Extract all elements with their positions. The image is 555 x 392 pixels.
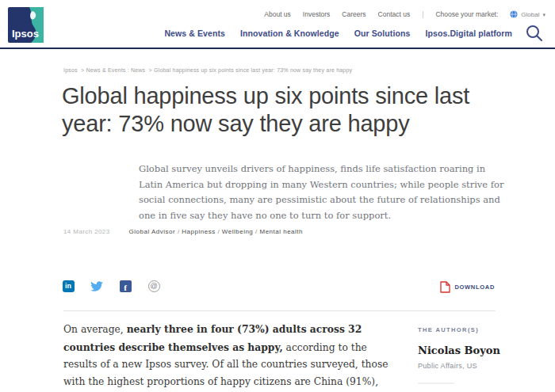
download-button[interactable]: DOWNLOAD (440, 281, 495, 293)
share-linkedin-icon[interactable]: in (62, 280, 75, 292)
article-meta: 14 March 2023 Global AdvisorHappinessWel… (63, 228, 303, 235)
author-divider (418, 382, 454, 384)
nav-contact-us[interactable]: Contact us (378, 10, 411, 18)
search-icon[interactable] (525, 24, 544, 43)
linkedin-glyph: in (63, 280, 75, 292)
category-happiness[interactable]: Happiness (182, 228, 221, 235)
nav-our-solutions[interactable]: Our Solutions (354, 29, 411, 38)
svg-text:Ipsos: Ipsos (12, 28, 39, 40)
nav-investors[interactable]: Investors (303, 10, 331, 18)
utility-divider: | (422, 10, 423, 18)
breadcrumb-section[interactable]: News & Events : News (86, 67, 154, 73)
author-name[interactable]: Nicolas Boyon (418, 344, 521, 356)
main-nav: News & Events Innovation & Knowledge Our… (164, 29, 512, 38)
section-divider (63, 310, 496, 311)
share-facebook-icon[interactable]: f (119, 280, 132, 292)
chevron-down-icon: ▾ (542, 12, 545, 17)
breadcrumb-current: Global happiness up six points since las… (154, 67, 352, 73)
facebook-glyph: f (120, 280, 132, 292)
article-date: 14 March 2023 (63, 228, 110, 235)
ipsos-logo[interactable]: Ipsos (8, 7, 44, 43)
site-header: Ipsos About us Investors Careers Contact… (0, 0, 555, 49)
body-intro: On average, (63, 324, 127, 335)
twitter-bird (90, 281, 103, 291)
globe-icon (510, 10, 518, 18)
share-twitter-icon[interactable] (90, 280, 103, 292)
breadcrumb: IpsosNews & Events : NewsGlobal happines… (63, 67, 352, 73)
share-row: in f @ (62, 280, 160, 292)
author-role: Public Affairs, US (418, 362, 521, 370)
category-global-advisor[interactable]: Global Advisor (129, 228, 182, 235)
nav-careers[interactable]: Careers (342, 10, 366, 18)
nav-news-events[interactable]: News & Events (164, 29, 225, 38)
nav-innovation-knowledge[interactable]: Innovation & Knowledge (240, 29, 339, 38)
article-categories: Global AdvisorHappinessWellbeingMental h… (129, 228, 303, 235)
category-wellbeing[interactable]: Wellbeing (222, 228, 260, 235)
category-mental-health[interactable]: Mental health (259, 228, 303, 235)
market-value: Global (521, 11, 539, 18)
pdf-icon (440, 281, 450, 293)
authors-sidebar: THE AUTHOR(S) Nicolas Boyon Public Affai… (418, 326, 521, 384)
breadcrumb-home[interactable]: Ipsos (63, 67, 86, 73)
market-selector[interactable]: Global ▾ (510, 10, 545, 18)
nav-ipsos-digital-platform[interactable]: Ipsos.Digital platform (425, 29, 512, 38)
article-standfirst: Global survey unveils drivers of happine… (139, 162, 509, 223)
ipsos-logo-graphic: Ipsos (8, 7, 44, 43)
authors-heading: THE AUTHOR(S) (418, 326, 521, 333)
nav-about-us[interactable]: About us (264, 10, 291, 18)
page-title: Global happiness up six points since las… (62, 82, 507, 138)
market-label: Choose your market: (435, 10, 498, 18)
download-label: DOWNLOAD (454, 284, 495, 291)
utility-nav: About us Investors Careers Contact us | … (264, 10, 545, 18)
article-body: On average, nearly three in four (73%) a… (63, 321, 395, 392)
email-glyph: @ (148, 280, 160, 292)
share-email-icon[interactable]: @ (147, 280, 160, 292)
